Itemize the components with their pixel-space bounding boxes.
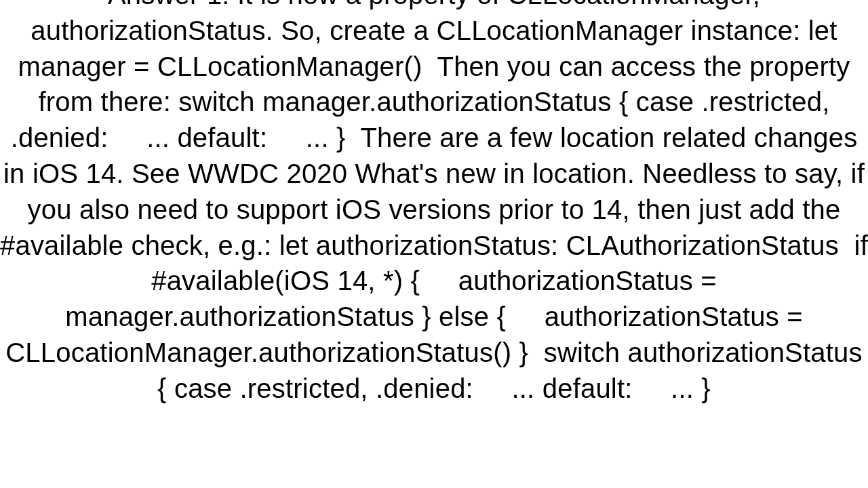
document-page: Answer 1: It is now a property of CLLoca… [0, 0, 868, 488]
answer-body-text: Answer 1: It is now a property of CLLoca… [0, 0, 868, 407]
